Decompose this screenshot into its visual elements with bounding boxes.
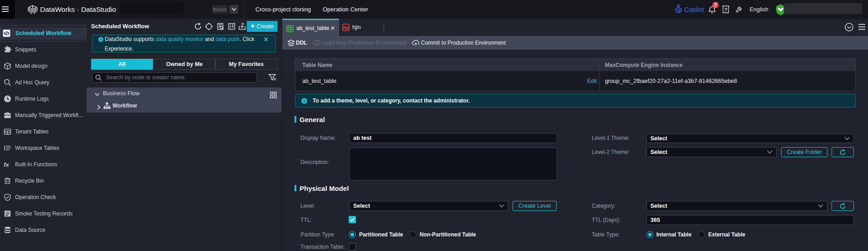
svg-text:Rp: Rp xyxy=(343,26,349,30)
svg-text:fx: fx xyxy=(4,161,9,168)
svg-text:i: i xyxy=(100,37,101,41)
svg-text:i: i xyxy=(304,99,305,103)
svg-text:?: ? xyxy=(724,7,727,12)
